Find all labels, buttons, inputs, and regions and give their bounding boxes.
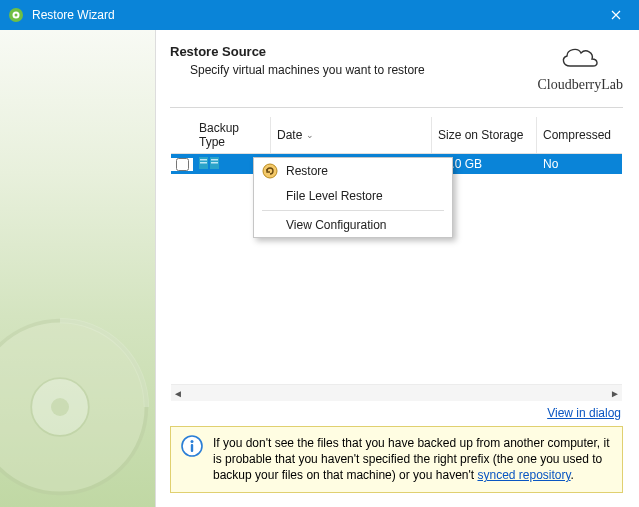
- col-backup-type[interactable]: Backup Type: [193, 117, 271, 153]
- info-text: If you don't see the files that you have…: [213, 435, 612, 484]
- page-subtitle: Specify virtual machines you want to res…: [190, 63, 425, 77]
- cloud-icon: [537, 44, 623, 75]
- titlebar: Restore Wizard: [0, 0, 639, 30]
- page-title: Restore Source: [170, 44, 425, 59]
- backup-table: Backup Type Date ⌄ Size on Storage Compr…: [170, 116, 623, 402]
- svg-rect-11: [211, 162, 218, 164]
- divider: [170, 107, 623, 108]
- svg-point-12: [263, 164, 277, 178]
- menu-view-config-label: View Configuration: [286, 218, 387, 232]
- close-button[interactable]: [593, 0, 639, 30]
- row-checkbox[interactable]: [176, 158, 189, 171]
- restore-icon: [262, 163, 278, 179]
- col-compressed[interactable]: Compressed: [537, 117, 622, 153]
- info-icon: [181, 435, 203, 460]
- sort-indicator-icon: ⌄: [306, 130, 314, 140]
- svg-point-2: [15, 14, 18, 17]
- row-checkbox-cell: [171, 158, 193, 171]
- scroll-left-icon[interactable]: ◄: [173, 388, 183, 399]
- horizontal-scrollbar[interactable]: ◄ ►: [171, 384, 622, 401]
- col-checkbox: [171, 117, 193, 153]
- col-size[interactable]: Size on Storage: [432, 117, 537, 153]
- menu-file-level-restore[interactable]: File Level Restore: [254, 184, 452, 208]
- svg-rect-8: [200, 159, 207, 161]
- scroll-right-icon[interactable]: ►: [610, 388, 620, 399]
- col-date[interactable]: Date ⌄: [271, 117, 432, 153]
- menu-restore-label: Restore: [286, 164, 328, 178]
- svg-rect-10: [200, 162, 207, 164]
- context-menu: Restore File Level Restore View Configur…: [253, 157, 453, 238]
- close-icon: [611, 10, 621, 20]
- wizard-sidebar: [0, 30, 156, 507]
- menu-restore[interactable]: Restore: [254, 158, 452, 184]
- svg-rect-9: [211, 159, 218, 161]
- svg-rect-15: [191, 444, 193, 452]
- app-icon: [8, 7, 24, 23]
- svg-point-14: [191, 440, 194, 443]
- view-in-dialog-link[interactable]: View in dialog: [547, 406, 621, 420]
- synced-repository-link[interactable]: synced repository: [477, 468, 570, 482]
- vm-icon: [199, 156, 221, 173]
- menu-view-configuration[interactable]: View Configuration: [254, 213, 452, 237]
- info-box: If you don't see the files that you have…: [170, 426, 623, 493]
- wizard-main: Restore Source Specify virtual machines …: [156, 30, 639, 507]
- svg-point-5: [51, 398, 69, 416]
- wizard-body: Restore Source Specify virtual machines …: [0, 30, 639, 507]
- menu-file-level-label: File Level Restore: [286, 189, 383, 203]
- window-title: Restore Wizard: [32, 8, 593, 22]
- row-compressed-cell: No: [537, 157, 622, 171]
- table-header: Backup Type Date ⌄ Size on Storage Compr…: [171, 117, 622, 154]
- brand-logo: CloudberryLab: [537, 44, 623, 93]
- info-text-period: .: [571, 468, 574, 482]
- col-date-label: Date: [277, 128, 302, 142]
- brand-name: CloudberryLab: [537, 77, 623, 93]
- menu-separator: [262, 210, 444, 211]
- disc-art-icon: [0, 317, 150, 497]
